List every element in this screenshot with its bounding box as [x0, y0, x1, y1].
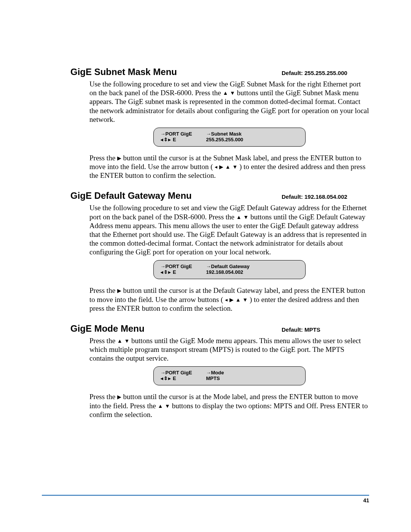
left-icon: ◂ — [225, 297, 228, 303]
paragraph: Use the following procedure to set and v… — [89, 203, 369, 256]
lcd-top-left: →PORT GigE — [161, 131, 206, 137]
paragraph: Press the ▶ button until the cursor is a… — [89, 153, 369, 180]
right-icon: ▶ — [219, 165, 223, 170]
section-default-label: Default: MPTS — [274, 326, 369, 333]
paragraph: Press the ▶ button until the cursor is a… — [89, 392, 369, 419]
right-icon: ▶ — [117, 156, 121, 161]
section-default-gateway: GigE Default Gateway Menu Default: 192.1… — [70, 190, 369, 313]
page-number: 41 — [42, 497, 369, 503]
down-icon: ▼ — [165, 404, 170, 409]
lcd-display: →PORT GigE →Mode ◂⇕▸ E MPTS — [89, 366, 369, 385]
lcd-display: →PORT GigE →Default Gateway ◂⇕▸ E 192.16… — [89, 260, 369, 279]
text: Press the — [89, 393, 117, 401]
lcd-top-left: →PORT GigE — [161, 264, 206, 269]
text: buttons until the GigE Mode menu appears… — [89, 337, 361, 362]
lcd-panel: →PORT GigE →Default Gateway ◂⇕▸ E 192.16… — [153, 260, 306, 279]
lcd-value: 255.255.255.000 — [206, 137, 298, 142]
lcd-top-right: →Default Gateway — [206, 264, 298, 269]
lcd-nav: ◂⇕▸ E — [161, 375, 206, 381]
text: Press the — [89, 154, 117, 162]
lcd-value: MPTS — [206, 375, 298, 381]
lcd-top-right: →Mode — [206, 370, 298, 375]
paragraph: Press the ▶ button until the cursor is a… — [89, 286, 369, 313]
lcd-nav: ◂⇕▸ E — [161, 137, 206, 142]
lcd-panel: →PORT GigE →Mode ◂⇕▸ E MPTS — [153, 366, 306, 385]
section-default-label: Default: 192.168.054.002 — [274, 193, 369, 200]
lcd-value: 192.168.054.002 — [206, 269, 298, 275]
up-icon: ▲ — [158, 404, 163, 409]
page-footer: 41 — [42, 495, 369, 503]
section-heading: GigE Mode Menu — [70, 323, 145, 334]
down-icon: ▼ — [243, 215, 249, 220]
lcd-top-left: →PORT GigE — [161, 370, 206, 375]
section-default-label: Default: 255.255.255.000 — [274, 70, 369, 76]
section-mode: GigE Mode Menu Default: MPTS Press the ▲… — [70, 323, 369, 419]
up-icon: ▲ — [236, 297, 241, 303]
paragraph: Use the following procedure to set and v… — [89, 80, 369, 124]
down-icon: ▼ — [124, 339, 129, 344]
lcd-display: →PORT GigE →Subnet Mask ◂⇕▸ E 255.255.25… — [89, 128, 369, 147]
up-icon: ▲ — [225, 165, 231, 170]
section-body: Use the following procedure to set and v… — [89, 203, 369, 313]
right-icon: ▶ — [229, 297, 234, 303]
heading-row: GigE Subnet Mask Menu Default: 255.255.2… — [70, 67, 369, 77]
up-icon: ▲ — [236, 215, 242, 220]
document-page: GigE Subnet Mask Menu Default: 255.255.2… — [0, 0, 411, 532]
heading-row: GigE Mode Menu Default: MPTS — [70, 323, 369, 334]
section-body: Use the following procedure to set and v… — [89, 80, 369, 180]
lcd-panel: →PORT GigE →Subnet Mask ◂⇕▸ E 255.255.25… — [153, 128, 306, 147]
section-subnet-mask: GigE Subnet Mask Menu Default: 255.255.2… — [70, 67, 369, 180]
right-icon: ▶ — [117, 395, 121, 400]
down-icon: ▼ — [232, 165, 237, 170]
up-icon: ▲ — [223, 91, 228, 96]
lcd-nav: ◂⇕▸ E — [161, 269, 206, 275]
text: Press the — [89, 337, 117, 345]
left-icon: ◂ — [215, 165, 217, 170]
lcd-top-right: →Subnet Mask — [206, 131, 298, 137]
text: Press the — [89, 286, 117, 294]
right-icon: ▶ — [117, 288, 121, 294]
paragraph: Press the ▲ ▼ buttons until the GigE Mod… — [89, 336, 369, 363]
section-body: Press the ▲ ▼ buttons until the GigE Mod… — [89, 336, 369, 419]
section-heading: GigE Subnet Mask Menu — [70, 67, 177, 77]
heading-row: GigE Default Gateway Menu Default: 192.1… — [70, 190, 369, 201]
down-icon: ▼ — [230, 91, 235, 96]
up-icon: ▲ — [117, 339, 123, 344]
section-heading: GigE Default Gateway Menu — [70, 190, 192, 201]
down-icon: ▼ — [242, 297, 248, 303]
footer-rule — [42, 495, 369, 496]
